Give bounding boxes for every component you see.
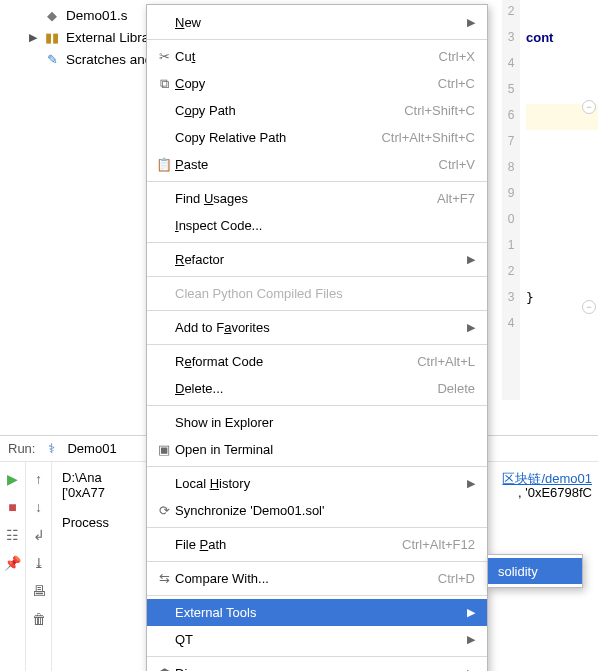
menu-inspect-code[interactable]: Inspect Code... xyxy=(147,212,487,239)
editor-gutter: 234 567 890 123 4 xyxy=(502,0,520,400)
python-icon: ⚕ xyxy=(43,441,59,457)
menu-local-history[interactable]: Local History▶ xyxy=(147,470,487,497)
external-tools-submenu: solidity xyxy=(487,554,583,588)
library-icon: ▮▮ xyxy=(44,29,60,45)
copy-icon: ⧉ xyxy=(153,76,175,92)
scroll-button[interactable]: ⤓ xyxy=(30,554,48,572)
menu-file-path[interactable]: File PathCtrl+Alt+F12 xyxy=(147,531,487,558)
stop-button[interactable]: ■ xyxy=(4,498,22,516)
menu-copy-path[interactable]: Copy PathCtrl+Shift+C xyxy=(147,97,487,124)
down-button[interactable]: ↓ xyxy=(30,498,48,516)
menu-external-tools[interactable]: External Tools▶ xyxy=(147,599,487,626)
ethereum-icon: ◆ xyxy=(44,7,60,23)
fold-icon[interactable]: − xyxy=(582,300,596,314)
chevron-right-icon: ▶ xyxy=(467,321,475,334)
menu-copy[interactable]: ⧉CopyCtrl+C xyxy=(147,70,487,97)
chevron-right-icon: ▶ xyxy=(467,633,475,646)
pin-button[interactable]: 📌 xyxy=(4,554,22,572)
rerun-button[interactable]: ▶ xyxy=(4,470,22,488)
chevron-right-icon: ▶ xyxy=(467,477,475,490)
run-config-name[interactable]: Demo01 xyxy=(67,441,116,456)
menu-new[interactable]: New▶ xyxy=(147,9,487,36)
cut-icon: ✂ xyxy=(153,49,175,64)
menu-refactor[interactable]: Refactor▶ xyxy=(147,246,487,273)
scratches-icon: ✎ xyxy=(44,51,60,67)
tree-file-label: Demo01.s xyxy=(66,8,128,23)
menu-qt[interactable]: QT▶ xyxy=(147,626,487,653)
paste-icon: 📋 xyxy=(153,157,175,172)
submenu-solidity[interactable]: solidity xyxy=(488,558,582,584)
run-label: Run: xyxy=(8,441,35,456)
chevron-right-icon: ▶ xyxy=(28,31,38,44)
chevron-right-icon: ▶ xyxy=(467,253,475,266)
chevron-right-icon: ▶ xyxy=(467,667,475,671)
context-menu: New▶ ✂CutCtrl+X ⧉CopyCtrl+C Copy PathCtr… xyxy=(146,4,488,671)
tree-ext-libs-label: External Libra xyxy=(66,30,149,45)
menu-reformat-code[interactable]: Reformat CodeCtrl+Alt+L xyxy=(147,348,487,375)
fold-icon[interactable]: − xyxy=(582,100,596,114)
menu-compare-with[interactable]: ⇆Compare With...Ctrl+D xyxy=(147,565,487,592)
menu-find-usages[interactable]: Find UsagesAlt+F7 xyxy=(147,185,487,212)
tree-scratches-label: Scratches and xyxy=(66,52,152,67)
menu-diagrams[interactable]: ⬢Diagrams▶ xyxy=(147,660,487,671)
menu-cut[interactable]: ✂CutCtrl+X xyxy=(147,43,487,70)
menu-delete[interactable]: Delete...Delete xyxy=(147,375,487,402)
menu-paste[interactable]: 📋PasteCtrl+V xyxy=(147,151,487,178)
run-toolbar-mid: ↑ ↓ ↲ ⤓ 🖶 🗑 xyxy=(26,462,52,671)
wrap-button[interactable]: ↲ xyxy=(30,526,48,544)
diagrams-icon: ⬢ xyxy=(153,666,175,671)
trash-button[interactable]: 🗑 xyxy=(30,610,48,628)
print-button[interactable]: 🖶 xyxy=(30,582,48,600)
layout-button[interactable]: ☷ xyxy=(4,526,22,544)
chevron-right-icon: ▶ xyxy=(467,606,475,619)
terminal-icon: ▣ xyxy=(153,442,175,457)
menu-show-explorer[interactable]: Show in Explorer xyxy=(147,409,487,436)
editor-area[interactable]: 234 567 890 123 4 cont } − − xyxy=(502,0,598,400)
menu-add-favorites[interactable]: Add to Favorites▶ xyxy=(147,314,487,341)
up-button[interactable]: ↑ xyxy=(30,470,48,488)
editor-code[interactable]: cont } xyxy=(526,0,598,312)
menu-copy-relative-path[interactable]: Copy Relative PathCtrl+Alt+Shift+C xyxy=(147,124,487,151)
menu-synchronize[interactable]: ⟳Synchronize 'Demo01.sol' xyxy=(147,497,487,524)
menu-clean-python: Clean Python Compiled Files xyxy=(147,280,487,307)
run-toolbar-left: ▶ ■ ☷ 📌 xyxy=(0,462,26,671)
sync-icon: ⟳ xyxy=(153,503,175,518)
chevron-right-icon: ▶ xyxy=(467,16,475,29)
compare-icon: ⇆ xyxy=(153,571,175,586)
menu-open-terminal[interactable]: ▣Open in Terminal xyxy=(147,436,487,463)
